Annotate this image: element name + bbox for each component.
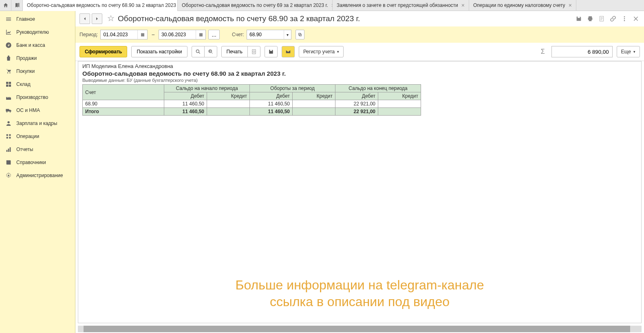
cell-value: 11 460,50 [164,100,207,108]
email-icon[interactable] [282,46,295,57]
col-turnover: Обороты за период [250,85,335,92]
save-icon[interactable] [575,15,583,23]
col-credit: Кредит [207,92,250,100]
close-icon[interactable] [632,15,640,23]
table-row[interactable]: 68.90 11 460,50 11 460,50 22 921,00 [83,100,421,108]
sidebar-item-label: Производство [16,94,48,100]
person-icon [5,120,12,127]
print-preview-icon[interactable] [247,46,260,57]
form-button[interactable]: Сформировать [79,46,127,57]
sidebar-item-purchases[interactable]: Покупки [0,65,75,78]
sidebar-item-catalogs[interactable]: Справочники [0,156,75,169]
tab-item[interactable]: Оборотно-сальдовая ведомость по счету 68… [23,0,178,11]
close-icon[interactable]: × [461,2,465,8]
tab-item[interactable]: Заявления о зачете в счет предстоящей об… [333,0,469,11]
col-start: Сальдо на начало периода [164,85,250,92]
tabs-container: Оборотно-сальдовая ведомость по счету 68… [23,0,644,11]
account-label: Счет: [232,32,244,37]
date-to-input[interactable] [159,30,206,39]
date-from-input[interactable] [100,30,148,39]
sidebar-item-manager[interactable]: Руководителю [0,26,75,39]
date-from-field[interactable] [101,32,137,37]
nav-back-button[interactable] [79,13,90,24]
sidebar-item-main[interactable]: Главное [0,13,75,26]
sidebar-item-label: Руководителю [16,29,49,35]
report-org: ИП Моделина Елена Александровна [82,63,637,69]
sigma-icon: Σ [541,48,545,55]
account-input[interactable]: ▾ [247,30,291,39]
sidebar-item-reports[interactable]: Отчеты [0,143,75,156]
tab-item[interactable]: Оборотно-сальдовая ведомость по счету 69… [178,0,333,11]
save-disk-icon[interactable] [265,46,278,57]
preview-icon[interactable] [598,15,606,23]
more-label: Еще [621,49,631,55]
toolbar: Сформировать Показать настройки Печать Р… [75,43,644,61]
date-to-field[interactable] [159,32,196,37]
tab-label: Заявления о зачете в счет предстоящей об… [337,2,458,8]
table-total-row: Итого 11 460,50 11 460,50 22 921,00 [83,108,421,116]
sidebar-item-label: Банк и касса [16,42,45,48]
calendar-icon[interactable] [196,30,205,39]
horizontal-scrollbar[interactable] [78,326,642,332]
col-end: Сальдо на конец периода [335,85,421,92]
col-debit: Дебет [164,92,207,100]
cell-value [378,100,421,108]
sum-field[interactable] [551,46,613,57]
calendar-icon[interactable] [137,30,147,39]
more-icon[interactable] [620,15,629,23]
print-icon[interactable] [586,15,594,23]
chevron-down-icon[interactable]: ▾ [284,30,291,39]
sidebar-item-payroll[interactable]: Зарплата и кадры [0,117,75,130]
search-icon[interactable] [192,46,205,57]
sidebar-item-label: Операции [16,134,39,139]
svg-point-4 [624,16,625,18]
sidebar-item-assets[interactable]: ОС и НМА [0,104,75,117]
nav-forward-button[interactable] [92,13,102,24]
tab-label: Операции по единому налоговому счету [473,2,565,8]
account-open-button[interactable] [296,30,304,39]
register-dropdown[interactable]: Регистр учета ▾ [299,46,344,57]
sidebar-item-label: Главное [16,16,35,22]
cell-account: 68.90 [83,100,164,108]
more-dropdown[interactable]: Еще ▾ [617,46,640,57]
tab-label: Оборотно-сальдовая ведомость по счету 69… [182,2,328,8]
sidebar-item-bank[interactable]: ₽ Банк и касса [0,39,75,52]
range-separator: – [150,32,156,37]
report-area: ИП Моделина Елена Александровна Оборотно… [78,61,642,323]
report-subtitle: Выводимые данные: БУ (данные бухгалтерск… [82,78,637,83]
report-table: Счет Сальдо на начало периода Обороты за… [82,84,421,116]
sidebar-item-label: Зарплата и кадры [16,120,57,126]
account-field[interactable] [247,32,284,37]
col-debit: Дебет [335,92,378,100]
cell-total-label: Итого [83,108,164,116]
bookmarks-icon[interactable] [11,0,23,11]
cell-value: 11 460,50 [250,100,293,108]
search-back-icon[interactable] [204,46,217,57]
favorite-icon[interactable] [107,15,115,23]
cell-value [293,100,335,108]
overlay-text: Больше информации на telegram-канале ссы… [236,277,484,311]
tab-item[interactable]: Операции по единому налоговому счету × [469,0,576,11]
print-button[interactable]: Печать [221,46,248,57]
cell-value: 11 460,50 [250,108,293,116]
ops-icon [5,133,12,140]
sidebar-item-warehouse[interactable]: Склад [0,78,75,91]
close-icon[interactable]: × [569,2,572,8]
sidebar: Главное Руководителю ₽ Банк и касса Прод… [0,11,75,333]
overlay-line1: Больше информации на telegram-канале [236,277,484,294]
svg-point-6 [624,20,625,21]
cell-value: 22 921,00 [335,108,378,116]
svg-text:₽: ₽ [8,44,10,47]
cell-value: 11 460,50 [164,108,207,116]
col-credit: Кредит [293,92,335,100]
period-picker-button[interactable]: ... [208,30,220,39]
sidebar-item-operations[interactable]: Операции [0,130,75,143]
settings-button[interactable]: Показать настройки [131,46,187,57]
svg-point-7 [196,50,199,53]
sidebar-item-admin[interactable]: Администрирование [0,169,75,182]
sidebar-item-sales[interactable]: Продажи [0,52,75,65]
sidebar-item-label: Продажи [16,55,37,61]
link-icon[interactable] [609,15,617,23]
home-icon[interactable] [0,0,11,11]
sidebar-item-production[interactable]: Производство [0,91,75,104]
